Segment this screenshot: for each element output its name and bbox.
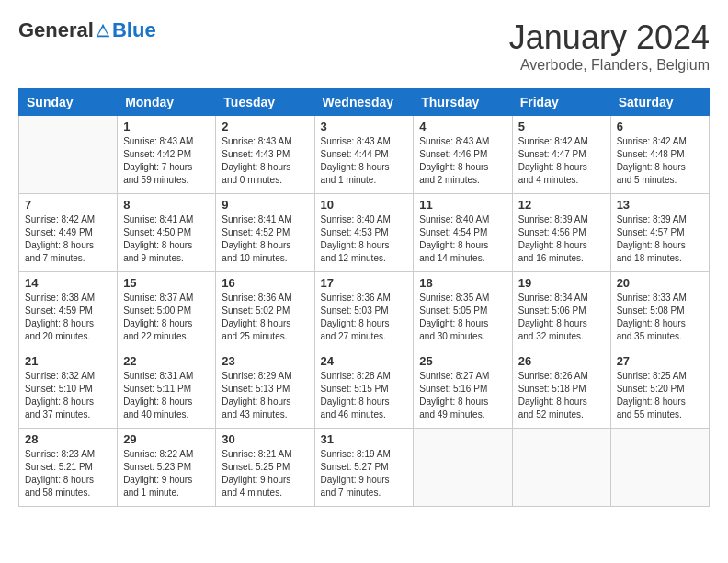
- calendar-cell: 4Sunrise: 8:43 AM Sunset: 4:46 PM Daylig…: [414, 116, 512, 194]
- calendar-cell: 29Sunrise: 8:22 AM Sunset: 5:23 PM Dayli…: [118, 429, 216, 507]
- weekday-header-row: SundayMondayTuesdayWednesdayThursdayFrid…: [19, 89, 710, 116]
- calendar-cell: 13Sunrise: 8:39 AM Sunset: 4:57 PM Dayli…: [610, 194, 709, 272]
- day-info: Sunrise: 8:21 AM Sunset: 5:25 PM Dayligh…: [222, 448, 308, 500]
- day-number: 8: [123, 198, 210, 212]
- weekday-header-sunday: Sunday: [19, 89, 118, 116]
- day-number: 15: [123, 276, 210, 290]
- weekday-header-thursday: Thursday: [414, 89, 512, 116]
- calendar-cell: 3Sunrise: 8:43 AM Sunset: 4:44 PM Daylig…: [314, 116, 414, 194]
- day-info: Sunrise: 8:27 AM Sunset: 5:16 PM Dayligh…: [419, 370, 506, 421]
- day-info: Sunrise: 8:38 AM Sunset: 4:59 PM Dayligh…: [25, 292, 111, 343]
- day-info: Sunrise: 8:33 AM Sunset: 5:08 PM Dayligh…: [617, 292, 703, 343]
- day-number: 30: [222, 432, 308, 446]
- day-number: 7: [25, 198, 111, 212]
- calendar-cell: 19Sunrise: 8:34 AM Sunset: 5:06 PM Dayli…: [512, 272, 610, 350]
- day-info: Sunrise: 8:36 AM Sunset: 5:02 PM Dayligh…: [222, 292, 308, 343]
- calendar-cell: 28Sunrise: 8:23 AM Sunset: 5:21 PM Dayli…: [19, 429, 118, 507]
- day-number: 26: [518, 354, 605, 368]
- day-info: Sunrise: 8:25 AM Sunset: 5:20 PM Dayligh…: [617, 370, 703, 421]
- calendar-cell: 22Sunrise: 8:31 AM Sunset: 5:11 PM Dayli…: [118, 350, 216, 429]
- calendar-cell: 20Sunrise: 8:33 AM Sunset: 5:08 PM Dayli…: [610, 272, 709, 350]
- weekday-header-monday: Monday: [118, 89, 216, 116]
- day-number: 3: [321, 120, 408, 133]
- weekday-header-tuesday: Tuesday: [216, 89, 314, 116]
- day-info: Sunrise: 8:37 AM Sunset: 5:00 PM Dayligh…: [123, 292, 210, 343]
- day-number: 19: [518, 276, 605, 290]
- calendar-cell: 2Sunrise: 8:43 AM Sunset: 4:43 PM Daylig…: [216, 116, 314, 194]
- calendar-cell: 9Sunrise: 8:41 AM Sunset: 4:52 PM Daylig…: [216, 194, 314, 272]
- calendar-cell: 11Sunrise: 8:40 AM Sunset: 4:54 PM Dayli…: [414, 194, 512, 272]
- day-number: 20: [617, 276, 703, 290]
- day-number: 31: [321, 432, 408, 446]
- month-title: January 2024: [509, 18, 710, 57]
- week-row-4: 21Sunrise: 8:32 AM Sunset: 5:10 PM Dayli…: [19, 350, 710, 429]
- day-number: 24: [321, 354, 408, 368]
- calendar-cell: 1Sunrise: 8:43 AM Sunset: 4:42 PM Daylig…: [118, 116, 216, 194]
- location-subtitle: Averbode, Flanders, Belgium: [509, 57, 710, 74]
- day-info: Sunrise: 8:36 AM Sunset: 5:03 PM Dayligh…: [321, 292, 408, 343]
- day-info: Sunrise: 8:42 AM Sunset: 4:47 PM Dayligh…: [518, 135, 605, 187]
- day-number: 9: [222, 198, 308, 212]
- calendar-cell: 6Sunrise: 8:42 AM Sunset: 4:48 PM Daylig…: [610, 116, 709, 194]
- day-number: 13: [617, 198, 703, 212]
- day-info: Sunrise: 8:43 AM Sunset: 4:46 PM Dayligh…: [419, 135, 506, 187]
- week-row-1: 1Sunrise: 8:43 AM Sunset: 4:42 PM Daylig…: [19, 116, 710, 194]
- week-row-3: 14Sunrise: 8:38 AM Sunset: 4:59 PM Dayli…: [19, 272, 710, 350]
- calendar-cell: 16Sunrise: 8:36 AM Sunset: 5:02 PM Dayli…: [216, 272, 314, 350]
- day-number: 17: [321, 276, 408, 290]
- day-number: 18: [419, 276, 506, 290]
- day-info: Sunrise: 8:19 AM Sunset: 5:27 PM Dayligh…: [321, 448, 408, 500]
- day-info: Sunrise: 8:41 AM Sunset: 4:50 PM Dayligh…: [123, 213, 210, 265]
- day-number: 22: [123, 354, 210, 368]
- day-number: 14: [25, 276, 111, 290]
- day-number: 29: [123, 432, 210, 446]
- week-row-5: 28Sunrise: 8:23 AM Sunset: 5:21 PM Dayli…: [19, 429, 710, 507]
- day-number: 6: [617, 120, 703, 133]
- weekday-header-wednesday: Wednesday: [314, 89, 414, 116]
- logo-blue: Blue: [112, 18, 156, 42]
- day-info: Sunrise: 8:28 AM Sunset: 5:15 PM Dayligh…: [321, 370, 408, 421]
- calendar-cell: 17Sunrise: 8:36 AM Sunset: 5:03 PM Dayli…: [314, 272, 414, 350]
- day-number: 25: [419, 354, 506, 368]
- day-info: Sunrise: 8:41 AM Sunset: 4:52 PM Dayligh…: [222, 213, 308, 265]
- day-number: 27: [617, 354, 703, 368]
- calendar-cell: [512, 429, 610, 507]
- day-info: Sunrise: 8:29 AM Sunset: 5:13 PM Dayligh…: [222, 370, 308, 421]
- weekday-header-friday: Friday: [512, 89, 610, 116]
- day-info: Sunrise: 8:42 AM Sunset: 4:49 PM Dayligh…: [25, 213, 111, 265]
- weekday-header-saturday: Saturday: [610, 89, 709, 116]
- day-info: Sunrise: 8:42 AM Sunset: 4:48 PM Dayligh…: [617, 135, 703, 187]
- calendar-cell: 7Sunrise: 8:42 AM Sunset: 4:49 PM Daylig…: [19, 194, 118, 272]
- day-info: Sunrise: 8:43 AM Sunset: 4:44 PM Dayligh…: [321, 135, 408, 187]
- day-info: Sunrise: 8:39 AM Sunset: 4:57 PM Dayligh…: [617, 213, 703, 265]
- calendar-table: SundayMondayTuesdayWednesdayThursdayFrid…: [18, 88, 710, 507]
- day-number: 21: [25, 354, 111, 368]
- calendar-cell: 5Sunrise: 8:42 AM Sunset: 4:47 PM Daylig…: [512, 116, 610, 194]
- day-number: 5: [518, 120, 605, 133]
- calendar-cell: 27Sunrise: 8:25 AM Sunset: 5:20 PM Dayli…: [610, 350, 709, 429]
- calendar-cell: 23Sunrise: 8:29 AM Sunset: 5:13 PM Dayli…: [216, 350, 314, 429]
- week-row-2: 7Sunrise: 8:42 AM Sunset: 4:49 PM Daylig…: [19, 194, 710, 272]
- calendar-cell: [610, 429, 709, 507]
- day-info: Sunrise: 8:35 AM Sunset: 5:05 PM Dayligh…: [419, 292, 506, 343]
- day-info: Sunrise: 8:22 AM Sunset: 5:23 PM Dayligh…: [123, 448, 210, 500]
- day-number: 10: [321, 198, 408, 212]
- day-info: Sunrise: 8:26 AM Sunset: 5:18 PM Dayligh…: [518, 370, 605, 421]
- day-info: Sunrise: 8:39 AM Sunset: 4:56 PM Dayligh…: [518, 213, 605, 265]
- day-info: Sunrise: 8:23 AM Sunset: 5:21 PM Dayligh…: [25, 448, 111, 500]
- day-info: Sunrise: 8:34 AM Sunset: 5:06 PM Dayligh…: [518, 292, 605, 343]
- calendar-cell: 15Sunrise: 8:37 AM Sunset: 5:00 PM Dayli…: [118, 272, 216, 350]
- day-number: 4: [419, 120, 506, 133]
- page-header: General Blue January 2024 Averbode, Flan…: [18, 18, 710, 74]
- day-info: Sunrise: 8:43 AM Sunset: 4:42 PM Dayligh…: [123, 135, 210, 187]
- calendar-cell: 10Sunrise: 8:40 AM Sunset: 4:53 PM Dayli…: [314, 194, 414, 272]
- day-number: 16: [222, 276, 308, 290]
- calendar-cell: 14Sunrise: 8:38 AM Sunset: 4:59 PM Dayli…: [19, 272, 118, 350]
- day-info: Sunrise: 8:32 AM Sunset: 5:10 PM Dayligh…: [25, 370, 111, 421]
- calendar-cell: 25Sunrise: 8:27 AM Sunset: 5:16 PM Dayli…: [414, 350, 512, 429]
- calendar-cell: 26Sunrise: 8:26 AM Sunset: 5:18 PM Dayli…: [512, 350, 610, 429]
- calendar-cell: 21Sunrise: 8:32 AM Sunset: 5:10 PM Dayli…: [19, 350, 118, 429]
- day-number: 2: [222, 120, 308, 133]
- logo-icon: [95, 22, 111, 39]
- day-info: Sunrise: 8:40 AM Sunset: 4:54 PM Dayligh…: [419, 213, 506, 265]
